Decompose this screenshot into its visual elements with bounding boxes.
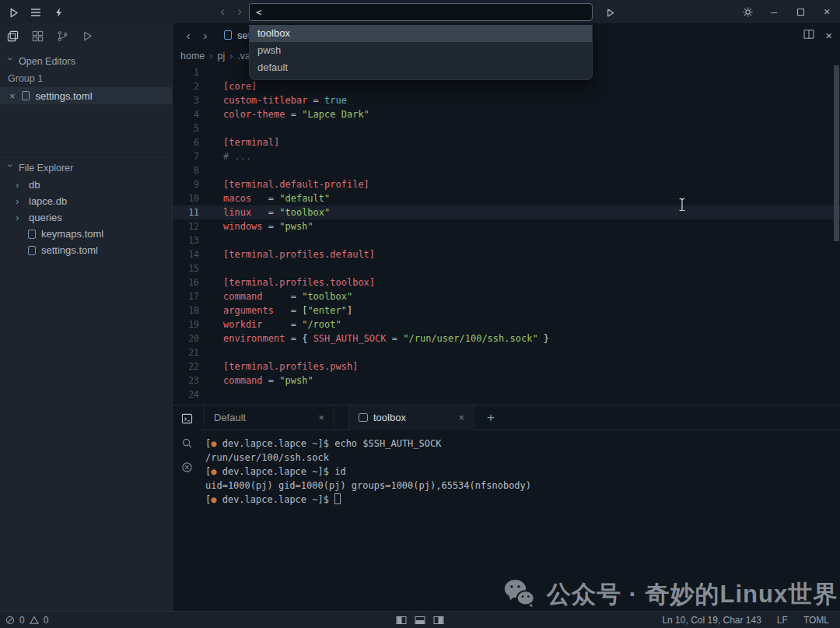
close-icon[interactable]: ×	[814, 0, 840, 23]
open-editor-item-settings-toml[interactable]: × settings.toml	[0, 87, 172, 104]
line-number: 16	[173, 275, 205, 289]
code-line-content: macos = "default"	[205, 191, 330, 205]
code-line-content: windows = "pwsh"	[205, 219, 313, 233]
code-line[interactable]: 15	[173, 261, 840, 275]
code-line[interactable]: 17command = "toolbox"	[173, 289, 840, 303]
code-line[interactable]: 24	[173, 388, 840, 402]
code-line[interactable]: 16[terminal.profiles.toolbox]	[173, 275, 840, 289]
line-number: 15	[173, 261, 205, 275]
wechat-logo-icon	[502, 577, 536, 612]
code-line[interactable]: 8	[173, 163, 840, 177]
source-control-icon[interactable]	[50, 23, 75, 48]
code-line[interactable]: 13	[173, 233, 840, 247]
scrollbar[interactable]	[834, 65, 839, 241]
code-line[interactable]: 10macos = "default"	[173, 191, 840, 205]
code-line-content: [terminal]	[205, 135, 279, 149]
line-number: 17	[173, 289, 205, 303]
code-line[interactable]: 18arguments = ["enter"]	[173, 303, 840, 318]
remote-connection-icon[interactable]	[52, 5, 66, 19]
code-line[interactable]: 11linux = "toolbox"	[173, 205, 840, 219]
code-line[interactable]: 9[terminal.default-profile]	[173, 177, 840, 191]
code-line[interactable]: 23command = "pwsh"	[173, 374, 840, 388]
open-editors-header[interactable]: › Open Editors	[0, 48, 172, 70]
toggle-left-panel-icon[interactable]	[397, 616, 407, 624]
terminal-panel-icon[interactable]	[180, 412, 194, 426]
debug-icon[interactable]	[75, 23, 100, 48]
settings-gear-icon[interactable]	[734, 0, 761, 23]
forward-icon[interactable]: ›	[199, 27, 212, 44]
code-line[interactable]: 5	[173, 121, 840, 135]
code-line[interactable]: 19workdir = "/root"	[173, 318, 840, 332]
code-line[interactable]: 12windows = "pwsh"	[173, 219, 840, 233]
code-line[interactable]: 20environment = { SSH_AUTH_SOCK = "/run/…	[173, 332, 840, 346]
palette-item[interactable]: default	[250, 59, 592, 76]
editor-group-label: Group 1	[0, 70, 172, 87]
close-icon[interactable]: ×	[318, 412, 324, 423]
code-line[interactable]: 22[terminal.profiles.pwsh]	[173, 360, 840, 374]
terminal-line: /run/user/100/ssh.sock	[205, 451, 840, 465]
run-icon[interactable]	[603, 5, 617, 19]
problems-icon[interactable]	[180, 460, 194, 474]
new-terminal-icon[interactable]: +	[487, 411, 495, 424]
code-editor[interactable]: 12[core]3custom-titlebar = true4color-th…	[173, 65, 840, 405]
code-line-content: workdir = "/root"	[205, 318, 341, 332]
extensions-icon[interactable]	[25, 23, 50, 48]
line-ending[interactable]: LF	[777, 615, 788, 626]
file-explorer-item[interactable]: ›db	[0, 177, 172, 193]
code-line[interactable]: 14[terminal.profiles.default]	[173, 247, 840, 261]
activity-bar	[0, 23, 172, 48]
code-line-content: arguments = ["enter"]	[205, 303, 352, 318]
open-editors-spacer	[0, 104, 172, 154]
minimize-icon[interactable]: –	[761, 0, 787, 23]
file-explorer-item[interactable]: ›lapce.db	[0, 193, 172, 209]
command-palette-input[interactable]	[249, 3, 593, 21]
language-mode[interactable]: TOML	[803, 615, 829, 626]
file-explorer-item[interactable]: settings.toml	[0, 242, 172, 258]
close-icon[interactable]: ×	[9, 90, 16, 102]
panel-toggles	[397, 616, 444, 624]
code-line-content	[205, 388, 223, 402]
code-line-content: # ...	[205, 149, 251, 163]
breadcrumb-item[interactable]: pj	[217, 51, 225, 61]
breadcrumb-item[interactable]: home	[180, 51, 205, 61]
file-explorer-item[interactable]: keymaps.toml	[0, 226, 172, 242]
files-icon[interactable]	[0, 23, 25, 48]
toggle-bottom-panel-icon[interactable]	[415, 616, 425, 624]
menu-icon[interactable]	[29, 5, 43, 19]
chevron-right-icon: ›	[209, 51, 212, 61]
code-line[interactable]: 7# ...	[173, 149, 840, 163]
cursor-position[interactable]: Ln 10, Col 19, Char 143	[662, 615, 761, 626]
terminal-tab-default[interactable]: Default ×	[204, 405, 334, 430]
file-explorer-list: ›db›lapce.db›querieskeymaps.tomlsettings…	[0, 177, 172, 258]
problems-summary[interactable]: 0 0	[0, 615, 48, 626]
terminal-output[interactable]: [● dev.lapce.lapce ~]$ echo $SSH_AUTH_SO…	[201, 430, 840, 507]
forward-icon[interactable]: ›	[233, 3, 246, 20]
back-icon[interactable]: ‹	[182, 27, 194, 44]
file-icon	[28, 246, 36, 255]
command-palette: toolboxpwshdefault	[249, 3, 593, 80]
code-line-content: [core]	[205, 79, 257, 93]
code-line-content	[205, 121, 223, 135]
error-count: 0	[19, 615, 25, 626]
code-line[interactable]: 6[terminal]	[173, 135, 840, 149]
back-icon[interactable]: ‹	[216, 3, 229, 20]
search-icon[interactable]	[180, 436, 194, 450]
file-explorer-item[interactable]: ›queries	[0, 209, 172, 226]
terminal-tab-toolbox[interactable]: toolbox ×	[348, 405, 474, 430]
split-editor-icon[interactable]	[803, 28, 814, 42]
toggle-right-panel-icon[interactable]	[434, 616, 444, 624]
code-line[interactable]: 3custom-titlebar = true	[173, 93, 840, 107]
file-explorer-header[interactable]: › File Explorer	[0, 155, 172, 177]
window-controls: – ×	[734, 0, 840, 23]
code-line[interactable]: 2[core]	[173, 79, 840, 93]
line-number: 1	[173, 65, 205, 79]
palette-item[interactable]: toolbox	[250, 25, 592, 42]
close-icon[interactable]: ×	[825, 29, 832, 42]
code-line[interactable]: 4color-theme = "Lapce Dark"	[173, 107, 840, 121]
code-line[interactable]: 21	[173, 346, 840, 360]
terminal-line: [● dev.lapce.lapce ~]$ echo $SSH_AUTH_SO…	[205, 437, 840, 451]
chevron-right-icon: ›	[229, 51, 233, 61]
maximize-icon[interactable]	[787, 0, 814, 23]
close-icon[interactable]: ×	[458, 412, 464, 423]
palette-item[interactable]: pwsh	[250, 42, 592, 59]
